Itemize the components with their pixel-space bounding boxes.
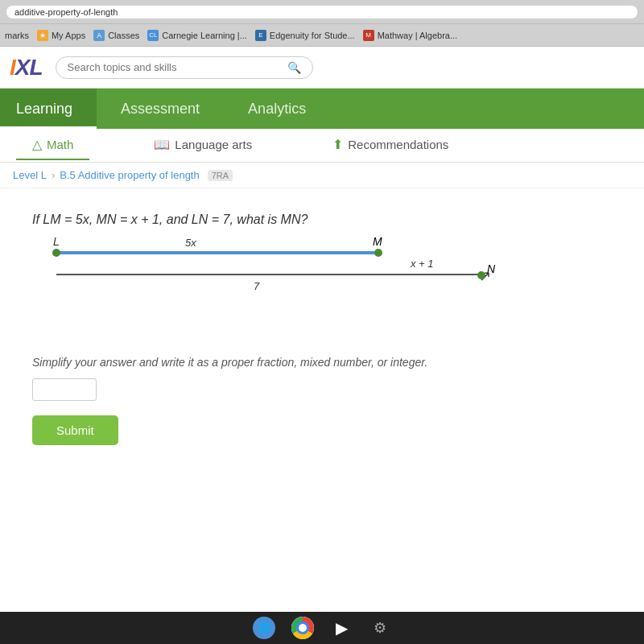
answer-input[interactable] (32, 378, 97, 401)
question-text: If LM = 5x, MN = x + 1, and LN = 7, what… (32, 213, 612, 227)
breadcrumb-level[interactable]: Level L (13, 169, 47, 181)
label-N: N (487, 262, 495, 275)
recommendations-icon: ⬆ (332, 137, 343, 152)
my-apps-label: My Apps (52, 31, 85, 40)
tab-analytics[interactable]: Analytics (224, 89, 330, 129)
taskbar-browser-icon[interactable]: 🌐 (253, 617, 275, 639)
search-input[interactable] (68, 61, 283, 73)
bookmarks-bar: marks ★ My Apps A Classes CL Carnegie Le… (0, 24, 644, 47)
carnegie-icon: CL (147, 30, 159, 41)
subject-tabs: △ Math 📖 Language arts ⬆ Recommendations (0, 129, 644, 163)
mathway-label: Mathway | Algebra... (378, 31, 457, 40)
taskbar-play-icon[interactable]: ▶ (330, 617, 353, 639)
ln-label: 7 (254, 280, 259, 292)
edgenuity-label: Edgenuity for Stude... (270, 31, 355, 40)
search-bar[interactable]: 🔍 (56, 56, 313, 79)
ln-segment (56, 274, 483, 275)
mathway-bookmark[interactable]: M Mathway | Algebra... (363, 30, 457, 41)
line-diagram: L 5x M ↗ x + 1 N (48, 251, 612, 332)
tab-math[interactable]: △ Math (16, 130, 89, 160)
label-M: M (373, 235, 382, 248)
breadcrumb: Level L › B.5 Additive property of lengt… (0, 163, 644, 188)
carnegie-label: Carnegie Learning |... (162, 31, 247, 40)
taskbar-settings-icon[interactable]: ⚙ (369, 617, 391, 639)
label-L: L (53, 235, 60, 248)
bookmarks-label: marks (5, 31, 29, 40)
tab-learning[interactable]: Learning (0, 89, 97, 129)
browser-bar: additive-property-of-length (0, 0, 644, 24)
nav-tabs: Learning Assessment Analytics (0, 89, 644, 129)
classes-icon: A (93, 30, 105, 41)
apps-icon: ★ (37, 30, 48, 41)
tab-language-arts[interactable]: 📖 Language arts (138, 130, 268, 160)
breadcrumb-code: 7RA (208, 170, 233, 181)
language-arts-icon: 📖 (154, 137, 170, 152)
classes-bookmark[interactable]: A Classes (93, 30, 139, 41)
ixl-logo: IXL (10, 55, 43, 80)
edgenuity-bookmark[interactable]: E Edgenuity for Stude... (255, 30, 355, 41)
answer-section: Simplify your answer and write it as a p… (32, 356, 612, 445)
app-container: IXL 🔍 Learning Assessment Analytics △ Ma… (0, 47, 644, 644)
url-bar[interactable]: additive-property-of-length (6, 6, 638, 19)
carnegie-bookmark[interactable]: CL Carnegie Learning |... (147, 30, 247, 41)
mn-label: x + 1 (411, 258, 434, 270)
answer-instruction: Simplify your answer and write it as a p… (32, 356, 612, 369)
ixl-header: IXL 🔍 (0, 47, 644, 89)
point-M (374, 249, 382, 257)
search-icon: 🔍 (287, 61, 301, 74)
lm-segment (56, 251, 378, 254)
my-apps-bookmark[interactable]: ★ My Apps (37, 30, 85, 41)
breadcrumb-separator: › (52, 169, 55, 181)
point-L (52, 249, 60, 257)
tab-recommendations[interactable]: ⬆ Recommendations (316, 130, 464, 160)
mathway-icon: M (363, 30, 374, 41)
classes-label: Classes (108, 31, 139, 40)
lm-label: 5x (185, 237, 196, 249)
tab-assessment[interactable]: Assessment (97, 89, 224, 129)
submit-button[interactable]: Submit (32, 415, 118, 445)
taskbar-chrome-icon[interactable] (291, 617, 314, 639)
edgenuity-icon: E (255, 30, 266, 41)
math-icon: △ (32, 137, 42, 152)
breadcrumb-section[interactable]: B.5 Additive property of length (60, 169, 199, 181)
main-content: If LM = 5x, MN = x + 1, and LN = 7, what… (0, 188, 644, 591)
point-N (477, 271, 485, 279)
taskbar: 🌐 ▶ ⚙ (0, 612, 644, 644)
